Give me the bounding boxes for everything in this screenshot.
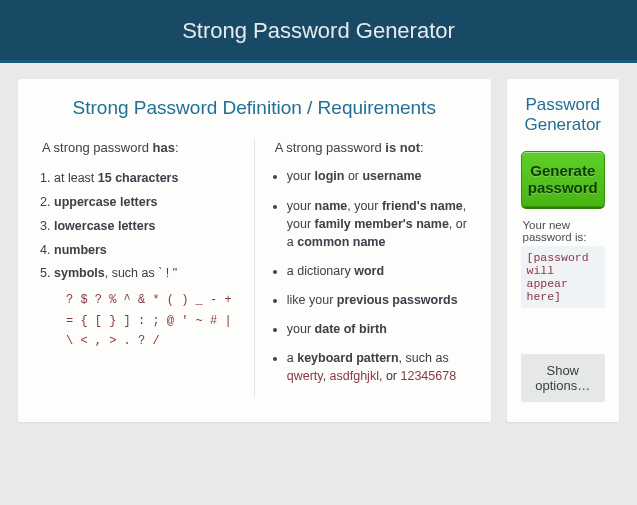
has-item-numbers: numbers (54, 239, 240, 263)
generator-title: Password Generator (521, 95, 606, 135)
not-item-names: your name, your friend's name, your fami… (287, 197, 473, 251)
output-label: Your new password is: (523, 219, 606, 243)
not-list: your login or username your name, your f… (269, 167, 473, 385)
generator-card: Password Generator Generate password You… (507, 79, 620, 422)
not-item-login: your login or username (287, 167, 473, 185)
has-item-characters: at least 15 characters (54, 167, 240, 191)
main-content: Strong Password Definition / Requirement… (0, 63, 637, 438)
column-divider (254, 139, 255, 397)
generate-button[interactable]: Generate password (521, 151, 606, 207)
not-column: A strong password is not: your login or … (269, 139, 473, 397)
page-header: Strong Password Generator (0, 0, 637, 63)
has-item-symbols: symbols, such as ` ! " ? $ ? % ^ & * ( )… (54, 262, 240, 351)
page-title: Strong Password Generator (182, 18, 455, 43)
has-lead: A strong password has: (42, 139, 240, 158)
has-item-lowercase: lowercase letters (54, 215, 240, 239)
not-item-previous: like your previous passwords (287, 291, 473, 309)
not-item-dob: your date of birth (287, 320, 473, 338)
definition-columns: A strong password has: at least 15 chara… (36, 139, 473, 397)
definition-title: Strong Password Definition / Requirement… (36, 95, 473, 121)
symbols-examples: ? $ ? % ^ & * ( ) _ - + = { [ } ] : ; @ … (66, 290, 240, 351)
not-lead: A strong password is not: (275, 139, 473, 158)
has-column: A strong password has: at least 15 chara… (36, 139, 240, 397)
not-item-keyboard: a keyboard pattern, such as qwerty, asdf… (287, 349, 473, 385)
not-item-dictionary: a dictionary word (287, 262, 473, 280)
password-output: [password will appear here] (521, 246, 606, 308)
has-item-uppercase: uppercase letters (54, 191, 240, 215)
has-list: at least 15 characters uppercase letters… (36, 167, 240, 351)
definition-card: Strong Password Definition / Requirement… (18, 79, 491, 422)
show-options-button[interactable]: Show options… (521, 354, 606, 402)
